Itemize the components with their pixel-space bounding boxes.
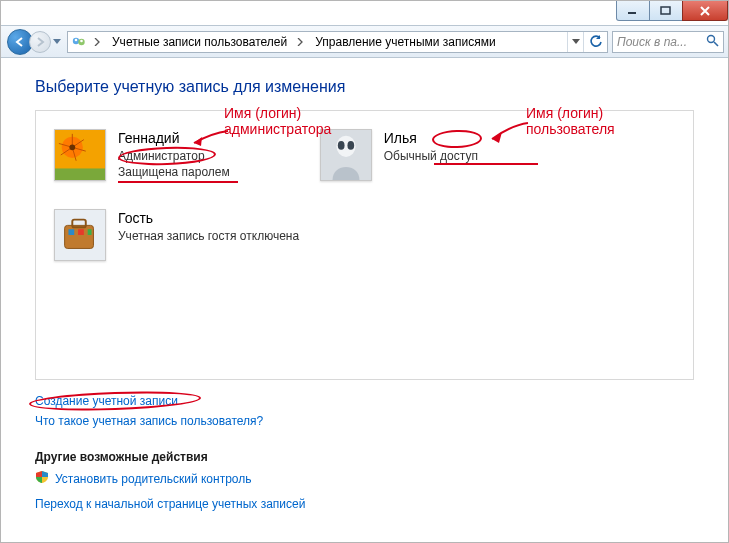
avatar <box>54 209 106 261</box>
account-name: Гость <box>118 209 299 228</box>
arrow-right-icon <box>34 36 46 48</box>
account-role: Обычный доступ <box>384 148 478 164</box>
search-placeholder: Поиск в па... <box>617 35 687 49</box>
svg-point-19 <box>338 141 345 150</box>
svg-point-5 <box>80 39 83 42</box>
svg-rect-1 <box>661 7 670 14</box>
breadcrumb-dropdown[interactable] <box>567 32 583 52</box>
forward-button <box>29 31 51 53</box>
svg-rect-25 <box>68 229 74 235</box>
account-name: Илья <box>384 129 478 148</box>
breadcrumb-seg-1[interactable]: Учетные записи пользователей <box>104 32 293 52</box>
breadcrumb-seg-2[interactable]: Управление учетными записями <box>307 32 501 52</box>
annotation-underline <box>118 181 238 183</box>
account-name: Геннадий <box>118 129 230 148</box>
nav-back-group <box>7 29 63 55</box>
close-icon <box>699 6 711 16</box>
user-accounts-icon <box>68 32 90 52</box>
svg-point-15 <box>69 144 75 150</box>
breadcrumb[interactable]: Учетные записи пользователей Управление … <box>67 31 608 53</box>
account-role: Администратор <box>118 148 230 164</box>
breadcrumb-chevron-icon[interactable] <box>90 32 104 52</box>
link-what-is-account[interactable]: Что такое учетная запись пользователя? <box>35 414 263 428</box>
navbar: Учетные записи пользователей Управление … <box>1 25 728 58</box>
svg-point-6 <box>708 35 715 42</box>
account-status: Учетная запись гостя отключена <box>118 228 299 244</box>
svg-point-4 <box>74 38 77 41</box>
minimize-icon <box>627 6 639 16</box>
nav-history-dropdown[interactable] <box>51 29 63 55</box>
search-input[interactable]: Поиск в па... <box>612 31 724 53</box>
svg-rect-22 <box>65 225 94 248</box>
page-title: Выберите учетную запись для изменения <box>35 78 694 96</box>
link-create-account[interactable]: Создание учетной записи <box>35 394 178 408</box>
refresh-icon <box>589 35 603 49</box>
accounts-box: Геннадий Администратор Защищена паролем … <box>35 110 694 380</box>
account-status: Защищена паролем <box>118 164 230 180</box>
search-icon <box>706 34 719 50</box>
svg-rect-16 <box>55 168 105 180</box>
account-item-admin[interactable]: Геннадий Администратор Защищена паролем <box>54 129 230 181</box>
minimize-button[interactable] <box>616 1 650 21</box>
svg-rect-27 <box>88 229 92 235</box>
breadcrumb-chevron-icon[interactable] <box>293 32 307 52</box>
chevron-down-icon <box>53 39 61 45</box>
svg-rect-0 <box>628 12 636 14</box>
svg-point-20 <box>347 141 354 150</box>
account-item-user[interactable]: Илья Обычный доступ <box>320 129 478 181</box>
maximize-icon <box>660 6 672 16</box>
chevron-down-icon <box>572 39 580 44</box>
close-button[interactable] <box>682 1 728 21</box>
other-actions-heading: Другие возможные действия <box>35 450 694 464</box>
refresh-button[interactable] <box>583 32 607 52</box>
arrow-left-icon <box>14 36 26 48</box>
link-parental-controls[interactable]: Установить родительский контроль <box>55 472 252 486</box>
maximize-button[interactable] <box>649 1 683 21</box>
svg-rect-26 <box>78 229 84 235</box>
account-item-guest[interactable]: Гость Учетная запись гостя отключена <box>54 209 675 261</box>
shield-icon <box>35 470 49 487</box>
avatar <box>54 129 106 181</box>
avatar <box>320 129 372 181</box>
link-accounts-home[interactable]: Переход к начальной странице учетных зап… <box>35 497 305 511</box>
content-area: Выберите учетную запись для изменения Ге… <box>1 58 728 542</box>
